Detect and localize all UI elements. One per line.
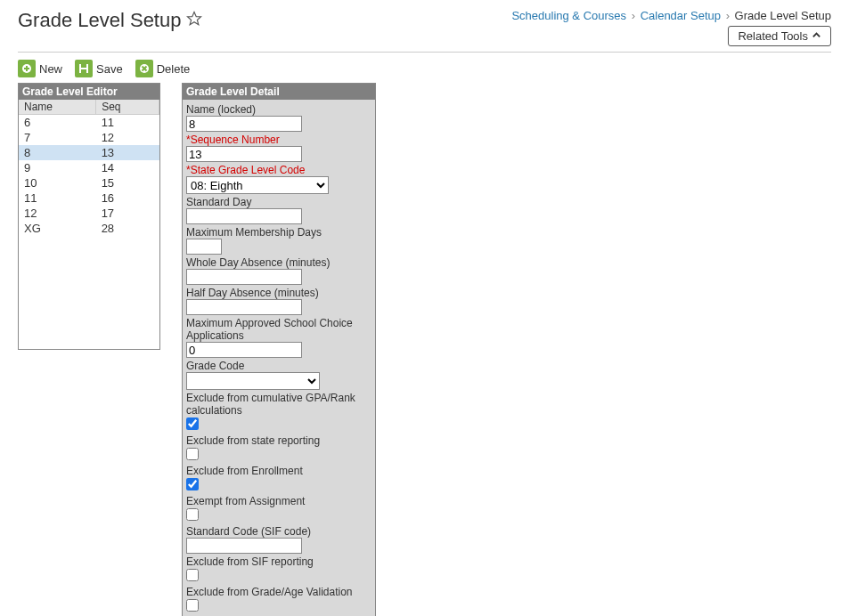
table-row[interactable]: 1217 xyxy=(19,206,159,221)
seq-input[interactable] xyxy=(186,146,302,162)
grade-level-editor-panel: Grade Level Editor Name Seq 611712813914… xyxy=(18,83,160,350)
name-input[interactable] xyxy=(186,116,302,132)
chevron-right-icon: › xyxy=(632,9,635,22)
max-choice-label: Maximum Approved School Choice Applicati… xyxy=(186,317,371,342)
breadcrumb-current: Grade Level Setup xyxy=(735,9,831,22)
standard-day-input[interactable] xyxy=(186,208,302,224)
cell-seq: 11 xyxy=(96,115,159,131)
page-title: Grade Level Setup xyxy=(18,9,181,32)
exclude-state-checkbox[interactable] xyxy=(186,448,199,460)
exclude-sif-label: Exclude from SIF reporting xyxy=(186,555,371,568)
svg-rect-6 xyxy=(81,69,86,73)
grade-table: Name Seq 611712813914101511161217XG28 xyxy=(19,100,159,236)
detail-panel-title: Grade Level Detail xyxy=(183,84,375,100)
cell-seq: 16 xyxy=(96,190,159,206)
delete-button[interactable]: Delete xyxy=(135,60,191,77)
new-button[interactable]: New xyxy=(18,60,62,77)
exclude-enroll-label: Exclude from Enrollment xyxy=(186,465,371,477)
chevron-right-icon: › xyxy=(726,9,730,22)
whole-day-input[interactable] xyxy=(186,269,302,285)
table-row[interactable]: 1015 xyxy=(19,175,159,190)
half-day-input[interactable] xyxy=(186,299,302,315)
cell-name: 8 xyxy=(19,145,96,160)
breadcrumb-link-scheduling[interactable]: Scheduling & Courses xyxy=(511,9,626,22)
half-day-label: Half Day Absence (minutes) xyxy=(186,287,371,299)
favorite-star-icon[interactable] xyxy=(186,9,202,32)
table-row[interactable]: XG28 xyxy=(19,221,159,236)
cell-name: 11 xyxy=(19,190,96,206)
related-tools-button[interactable]: Related Tools xyxy=(728,26,831,46)
standard-day-label: Standard Day xyxy=(186,196,371,208)
cell-name: 6 xyxy=(19,115,96,131)
cell-seq: 15 xyxy=(96,175,159,190)
table-row[interactable]: 611 xyxy=(19,115,159,131)
name-label: Name (locked) xyxy=(186,103,371,116)
max-membership-label: Maximum Membership Days xyxy=(186,226,371,239)
exclude-sif-checkbox[interactable] xyxy=(186,569,199,581)
svg-marker-0 xyxy=(188,12,201,25)
state-code-select[interactable]: 08: Eighth xyxy=(186,176,329,194)
cell-seq: 12 xyxy=(96,130,159,145)
table-row[interactable]: 914 xyxy=(19,160,159,175)
exclude-gpa-label: Exclude from cumulative GPA/Rank calcula… xyxy=(186,392,371,417)
grade-code-label: Grade Code xyxy=(186,360,371,372)
cell-name: 9 xyxy=(19,160,96,175)
table-row[interactable]: 813 xyxy=(19,145,159,160)
chevron-up-icon xyxy=(812,29,821,43)
svg-rect-5 xyxy=(81,64,86,68)
cell-seq: 17 xyxy=(96,206,159,221)
table-row[interactable]: 712 xyxy=(19,130,159,145)
exclude-gpa-checkbox[interactable] xyxy=(186,417,199,430)
save-button[interactable]: Save xyxy=(75,60,123,77)
standard-sif-label: Standard Code (SIF code) xyxy=(186,525,371,538)
grade-level-detail-panel: Grade Level Detail Name (locked) *Sequen… xyxy=(182,83,376,616)
save-icon xyxy=(75,60,93,77)
exclude-grade-age-checkbox[interactable] xyxy=(186,599,199,612)
state-code-label: *State Grade Level Code xyxy=(186,164,371,176)
cell-name: 10 xyxy=(19,175,96,190)
exempt-assign-checkbox[interactable] xyxy=(186,508,199,521)
breadcrumb-link-calendar[interactable]: Calendar Setup xyxy=(641,9,721,22)
cell-seq: 14 xyxy=(96,160,159,175)
max-membership-input[interactable] xyxy=(186,239,222,255)
exclude-enroll-checkbox[interactable] xyxy=(186,478,199,490)
standard-sif-input[interactable] xyxy=(186,538,302,554)
cell-seq: 28 xyxy=(96,221,159,236)
delete-label: Delete xyxy=(157,62,191,76)
breadcrumb: Scheduling & Courses › Calendar Setup › … xyxy=(511,9,831,22)
new-label: New xyxy=(39,62,62,76)
cell-name: XG xyxy=(19,221,96,236)
plus-icon xyxy=(18,60,36,77)
col-header-name[interactable]: Name xyxy=(19,100,96,115)
related-tools-label: Related Tools xyxy=(738,29,808,43)
exempt-assign-label: Exempt from Assignment xyxy=(186,495,371,507)
whole-day-label: Whole Day Absence (minutes) xyxy=(186,256,371,269)
editor-panel-title: Grade Level Editor xyxy=(19,84,159,100)
delete-icon xyxy=(135,60,153,77)
cell-name: 7 xyxy=(19,130,96,145)
max-choice-input[interactable] xyxy=(186,342,302,358)
save-label: Save xyxy=(96,62,123,76)
cell-seq: 13 xyxy=(96,145,159,160)
grade-code-select[interactable] xyxy=(186,372,320,390)
seq-label: *Sequence Number xyxy=(186,134,371,146)
exclude-grade-age-label: Exclude from Grade/Age Validation xyxy=(186,586,371,598)
exclude-state-label: Exclude from state reporting xyxy=(186,434,371,447)
col-header-seq[interactable]: Seq xyxy=(96,100,159,115)
table-row[interactable]: 1116 xyxy=(19,190,159,206)
cell-name: 12 xyxy=(19,206,96,221)
